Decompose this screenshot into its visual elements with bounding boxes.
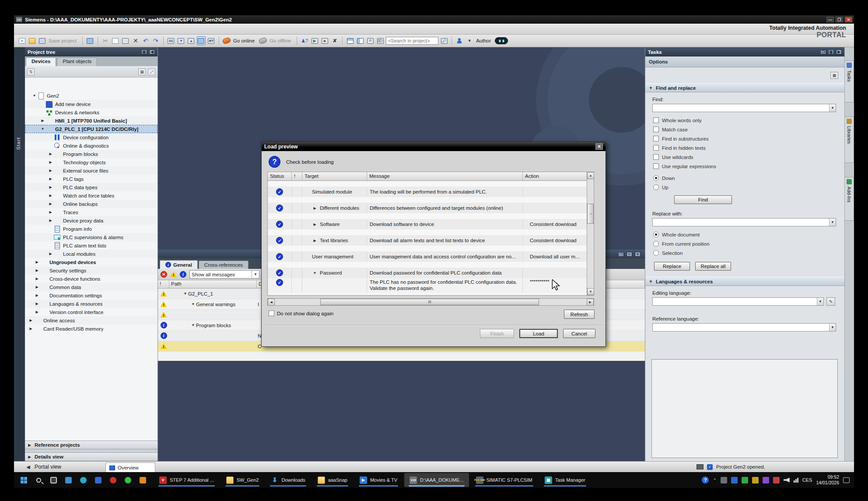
table-row[interactable]: ✓ Simulated module The loading will be p… — [268, 187, 587, 197]
taskbar-app[interactable]: SW_Gen2 — [221, 473, 264, 487]
tree-item[interactable]: ▶ Card Reader/USB memory — [25, 325, 158, 333]
action-value[interactable]: Download all user m... — [523, 251, 587, 262]
expand-arrow-icon[interactable]: ▶ — [48, 185, 53, 189]
tree-item[interactable]: Online & diagnostics — [25, 141, 158, 150]
checkbox[interactable] — [653, 145, 659, 151]
checkbox[interactable] — [653, 117, 659, 123]
chat-icon[interactable] — [763, 477, 769, 483]
replace-input[interactable]: ▼ — [652, 218, 836, 226]
taskbar-app[interactable]: PLC SIM SIMATIC S7-PLCSIM — [471, 473, 538, 487]
info-list-icon[interactable]: ≡ — [626, 252, 632, 257]
dialog-close-icon[interactable]: ✕ — [595, 143, 603, 150]
horizontal-scrollbar[interactable]: ◀ ⦀⦀ ▶ — [267, 298, 594, 306]
side-tab-libraries[interactable]: Libraries — [845, 116, 854, 163]
tree-item[interactable]: ▶ Local modules — [25, 250, 158, 258]
mail-icon[interactable] — [63, 475, 74, 485]
do-not-show-checkbox[interactable] — [269, 310, 274, 316]
dropdown-arrow-icon[interactable]: ▼ — [829, 219, 836, 226]
help-icon[interactable]: ? — [702, 476, 709, 483]
taskbar-app[interactable]: ⬇ Downloads — [266, 473, 310, 487]
language-settings-icon[interactable]: ✎ — [826, 297, 835, 306]
dock-panel-icon[interactable]: ▥ — [828, 49, 834, 54]
outlook-icon[interactable] — [137, 475, 148, 485]
tree-item[interactable]: ▶ Common data — [25, 283, 158, 291]
vertical-scrollbar[interactable]: ▲ ≡ ▼ — [587, 172, 594, 295]
delete-icon[interactable]: ✕ — [131, 36, 140, 45]
tree-item[interactable]: ▶ Security settings — [25, 266, 158, 275]
action-value[interactable] — [523, 203, 587, 213]
row-expand-arrow-icon[interactable]: ▼ — [312, 271, 318, 275]
tree-item[interactable]: ▶ Traces — [25, 208, 158, 216]
tab-cross-references[interactable]: Cross-references — [199, 261, 248, 269]
table-row[interactable]: ✓ ▶ Software Download software to device… — [268, 219, 587, 229]
expand-arrow-icon[interactable]: ▼ — [32, 94, 37, 98]
notifications-icon[interactable] — [843, 477, 850, 483]
radio[interactable] — [653, 175, 659, 181]
row-expand-arrow-icon[interactable]: ▶ — [312, 239, 318, 243]
search-input[interactable] — [386, 37, 438, 45]
update-icon[interactable] — [752, 477, 759, 483]
expand-all-icon[interactable]: ⤢ — [148, 68, 155, 75]
editing-language-select[interactable]: ▼ — [652, 297, 824, 306]
search-project-icon[interactable]: 🔎 — [440, 36, 448, 45]
row-expand-arrow-icon[interactable]: ▶ — [312, 206, 318, 210]
row-expand-arrow-icon[interactable]: ▶ — [312, 222, 318, 226]
expand-arrow-icon[interactable]: ▶ — [34, 293, 40, 297]
hidden-icons-chevron-icon[interactable]: ⌃ — [713, 478, 716, 483]
find-option-row[interactable]: Use wildcards — [645, 152, 844, 162]
tree-item[interactable]: Device configuration — [25, 133, 158, 141]
side-tab-addins[interactable]: Add-Ins — [845, 177, 854, 221]
expand-arrow-icon[interactable]: ▶ — [48, 194, 53, 198]
sort-icon[interactable]: ⇅ — [27, 68, 35, 75]
minimize-button[interactable]: — — [826, 17, 834, 22]
go-online-label[interactable]: Go online — [233, 38, 255, 43]
scope-radio-row[interactable]: From current position — [645, 239, 844, 248]
taskbar-app[interactable]: V STEP 7 Additional ... — [154, 473, 219, 487]
scope-radio-row[interactable]: Whole document — [645, 230, 844, 239]
panel-options-icon[interactable]: ▦ — [830, 72, 838, 79]
checkbox[interactable] — [653, 127, 659, 132]
tree-item[interactable]: ▶ Device proxy data — [25, 216, 158, 225]
hide-connections-icon[interactable]: ⌦ — [376, 36, 385, 45]
language-indicator[interactable]: CES — [802, 477, 812, 483]
expand-arrow-icon[interactable]: ▼ — [40, 127, 46, 131]
save-project-label[interactable]: Save project — [49, 38, 77, 43]
start-strip-label[interactable]: Start — [16, 137, 21, 150]
taskbar-app[interactable]: ▦ Task Manager — [539, 473, 591, 487]
network-icon[interactable] — [794, 478, 798, 483]
tree-item[interactable]: Program info — [25, 225, 158, 233]
tree-item[interactable]: ▼ Gen2 — [25, 92, 158, 100]
assistant-eyes-icon[interactable] — [495, 37, 508, 44]
portal-view-button[interactable]: ◀ Portal view — [14, 464, 67, 470]
find-option-row[interactable]: Use regular expressions — [645, 162, 844, 171]
go-offline-label[interactable]: Go offline — [270, 38, 291, 43]
tree-item[interactable]: ▼ G2_PLC_1 [CPU 1214C DC/DC/Rly] — [25, 125, 158, 133]
find-option-row[interactable]: Match case — [645, 125, 844, 134]
onedrive-icon[interactable] — [731, 477, 738, 483]
tree-item[interactable]: Devices & networks — [25, 108, 158, 116]
open-project-icon[interactable] — [28, 36, 36, 45]
find-replace-section-header[interactable]: ▼ Find and replace — [645, 83, 844, 92]
checkbox[interactable] — [653, 154, 659, 160]
details-view-bar[interactable]: ▶Details view — [25, 452, 158, 461]
float-panel-icon[interactable]: ❐ — [820, 49, 826, 54]
col-exclamation[interactable]: ! — [158, 280, 169, 288]
author-label[interactable]: Author — [476, 38, 491, 43]
save-project-icon[interactable] — [38, 36, 46, 45]
browser-icon[interactable] — [78, 475, 88, 485]
replace-button[interactable]: Replace — [654, 262, 690, 271]
collapse-panel-icon[interactable]: ▶ — [836, 49, 842, 54]
tab-plant-objects[interactable]: Plant objects — [57, 57, 97, 66]
start-button[interactable] — [18, 475, 29, 485]
go-offline-icon[interactable] — [259, 36, 267, 45]
stop-cpu-icon[interactable]: ■ — [320, 36, 329, 45]
properties-icon[interactable]: ❐ — [618, 252, 624, 257]
cancel-button[interactable]: Cancel — [563, 329, 595, 338]
row-expand-arrow-icon[interactable]: ▼ — [190, 302, 196, 306]
whatsapp-icon[interactable] — [122, 475, 133, 485]
expand-arrow-icon[interactable]: ▶ — [34, 277, 40, 281]
expand-arrow-icon[interactable]: ▶ — [48, 160, 53, 164]
row-expand-arrow-icon[interactable]: ▼ — [190, 323, 196, 327]
checkbox[interactable] — [653, 163, 659, 169]
reference-projects-bar[interactable]: ▶Reference projects — [25, 441, 158, 449]
